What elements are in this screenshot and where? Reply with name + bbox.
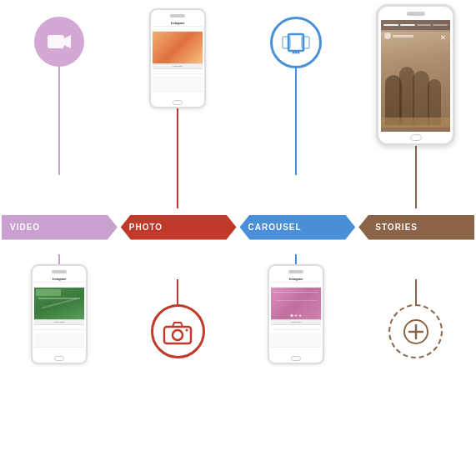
top-col-video bbox=[0, 0, 118, 208]
svg-rect-0 bbox=[48, 35, 64, 48]
carousel-line-top bbox=[295, 68, 297, 175]
video-line-top bbox=[58, 67, 60, 175]
video-phone-home bbox=[54, 356, 64, 361]
top-col-photo: Instagram Shop Now bbox=[118, 0, 237, 208]
photo-phone-home bbox=[173, 100, 183, 105]
bottom-section: Instagram Learn More bbox=[0, 246, 476, 471]
add-circle-icon bbox=[401, 317, 431, 347]
carousel-icon-circle bbox=[270, 17, 322, 68]
video-phone-bottom: Instagram Learn More bbox=[31, 264, 88, 364]
top-section: Instagram Shop Now bbox=[0, 0, 476, 208]
stories-label-text: STORIES bbox=[358, 215, 474, 240]
svg-marker-1 bbox=[64, 35, 71, 48]
stories-line-bot-top bbox=[415, 279, 417, 304]
stories-phone-top: ✕ bbox=[376, 4, 455, 146]
photo-phone-screen: Instagram Shop Now bbox=[153, 21, 203, 97]
photo-line-bot-top bbox=[177, 279, 178, 304]
svg-point-7 bbox=[298, 52, 300, 54]
stories-phone-screen: ✕ bbox=[381, 20, 450, 132]
main-container: Instagram Shop Now bbox=[0, 0, 476, 471]
label-stories: STORIES bbox=[357, 208, 476, 246]
camera-icon bbox=[162, 318, 193, 345]
photo-text: PHOTO bbox=[129, 223, 163, 232]
svg-point-5 bbox=[293, 52, 295, 54]
photo-label-text: PHOTO bbox=[121, 215, 237, 240]
video-text: VIDEO bbox=[10, 223, 40, 232]
top-col-stories: ✕ bbox=[355, 0, 476, 208]
video-label-text: VIDEO bbox=[2, 215, 118, 240]
video-line-bot-top bbox=[58, 254, 60, 264]
bot-col-stories bbox=[355, 246, 476, 471]
carousel-phone-bottom: Instagram Shop Now bbox=[268, 264, 324, 364]
svg-point-6 bbox=[295, 52, 298, 54]
svg-point-10 bbox=[186, 328, 188, 331]
carousel-phone-home bbox=[291, 356, 301, 361]
svg-point-9 bbox=[173, 330, 183, 340]
photo-phone-top: Instagram Shop Now bbox=[149, 8, 206, 108]
carousel-icon bbox=[280, 31, 312, 54]
bot-col-photo bbox=[118, 246, 237, 471]
stories-phone-home bbox=[410, 134, 422, 141]
labels-row: VIDEO PHOTO CAROUSEL STORIES bbox=[0, 208, 476, 246]
camera-icon-circle bbox=[151, 304, 205, 358]
bot-col-video: Instagram Learn More bbox=[0, 246, 118, 471]
label-photo: PHOTO bbox=[119, 208, 238, 246]
label-carousel: CAROUSEL bbox=[238, 208, 358, 246]
photo-line-top bbox=[177, 108, 178, 208]
video-icon-circle bbox=[34, 17, 84, 67]
label-video: VIDEO bbox=[0, 208, 119, 246]
stories-text: STORIES bbox=[375, 223, 418, 232]
stories-icon-circle bbox=[388, 304, 443, 358]
stories-line-top bbox=[415, 146, 417, 208]
top-col-carousel bbox=[237, 0, 355, 208]
carousel-label-text: CAROUSEL bbox=[240, 215, 356, 240]
video-camera-icon bbox=[46, 28, 73, 55]
bot-col-carousel: Instagram Shop Now bbox=[237, 246, 355, 471]
carousel-phone-screen: Instagram Shop Now bbox=[271, 277, 321, 353]
carousel-line-bot-top bbox=[295, 254, 297, 264]
carousel-text: CAROUSEL bbox=[248, 223, 302, 232]
video-phone-screen: Instagram Learn More bbox=[34, 277, 84, 353]
